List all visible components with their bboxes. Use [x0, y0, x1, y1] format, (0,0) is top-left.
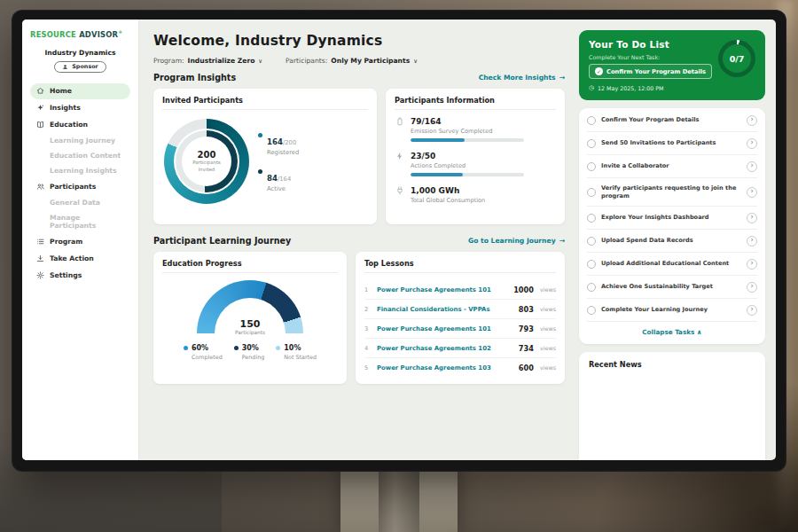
lesson-link[interactable]: Power Purchase Agreements 101: [377, 286, 507, 293]
task-label: Confirm Your Program Details: [601, 116, 741, 124]
arrow-right-icon: →: [559, 74, 565, 82]
sidebar-item-label: Participants: [50, 183, 96, 191]
sparkle-icon: [35, 104, 44, 112]
card-title: Top Lessons: [364, 259, 556, 273]
task-chevron-icon[interactable]: ›: [747, 138, 757, 149]
sidebar-item-education-content[interactable]: Education Content: [30, 149, 130, 163]
legend-label: Completed: [192, 354, 223, 361]
stat-label: Total Global Consumption: [411, 197, 485, 204]
lesson-link[interactable]: Power Purchase Agreements 101: [377, 325, 512, 332]
lesson-views-count: 803: [519, 305, 534, 314]
filter-value: Only My Participants: [331, 57, 410, 65]
todo-task-item[interactable]: Explore Your Insights Dashboard ›: [587, 207, 757, 230]
donut-center-label: Participants Invited: [188, 160, 225, 172]
sidebar-item-take-action[interactable]: Take Action: [30, 251, 130, 267]
sidebar-item-learning-insights[interactable]: Learning Insights: [30, 164, 130, 178]
sidebar-item-education[interactable]: Education: [30, 117, 130, 133]
people-icon: [35, 183, 44, 191]
sidebar-item-program[interactable]: Program: [30, 234, 130, 250]
task-checkbox[interactable]: [587, 214, 596, 223]
task-chevron-icon[interactable]: ›: [747, 213, 757, 223]
gauge-center-label: Participants: [197, 330, 303, 335]
lesson-link[interactable]: Power Purchase Agreements 102: [377, 345, 512, 352]
legend-item-completed: 60% Completed: [184, 344, 223, 361]
legend-pct: 30%: [242, 344, 259, 352]
invited-participants-donut-chart: 200 Participants Invited: [164, 119, 249, 204]
task-label: Send 50 Invitations to Participants: [601, 139, 741, 147]
todo-task-item[interactable]: Complete Your Learning Journey ›: [587, 299, 757, 321]
task-checkbox[interactable]: [587, 188, 596, 197]
task-chevron-icon[interactable]: ›: [747, 187, 757, 198]
sidebar-item-label: Program: [50, 238, 82, 246]
card-title: Invited Participants: [162, 96, 368, 110]
sidebar-item-label: General Data: [50, 199, 100, 207]
program-filter[interactable]: Program: Industrialize Zero ∨: [153, 57, 262, 65]
task-chevron-icon[interactable]: ›: [747, 236, 757, 246]
todo-task-item[interactable]: Confirm Your Program Details ›: [587, 109, 757, 132]
list-icon: [35, 238, 44, 246]
clock-icon: ◷: [589, 84, 594, 91]
task-label: Explore Your Insights Dashboard: [601, 214, 741, 222]
lesson-views-count: 793: [519, 325, 534, 333]
legend-dot: [184, 346, 188, 350]
lesson-link[interactable]: Power Purchase Agreements 103: [377, 364, 512, 372]
lesson-link[interactable]: Financial Considerations - VPPAs: [377, 306, 512, 313]
sidebar-item-learning-journey[interactable]: Learning Journey: [30, 134, 130, 148]
task-checkbox[interactable]: [587, 260, 596, 269]
logo-primary: RESOURCE: [30, 30, 76, 39]
legend-dot: [258, 133, 262, 137]
role-badge-label: Sponsor: [72, 63, 98, 70]
lesson-rank: 1: [364, 286, 371, 293]
go-to-learning-journey-link[interactable]: Go to Learning Journey →: [468, 237, 565, 245]
todo-task-item[interactable]: Verify participants requesting to join t…: [587, 178, 757, 207]
invited-participants-card: Invited Participants 200 Participants In…: [153, 89, 377, 224]
task-chevron-icon[interactable]: ›: [747, 282, 757, 293]
legend-item-pending: 30% Pending: [234, 344, 265, 361]
filter-label: Program:: [153, 57, 184, 65]
app-logo: RESOURCE ADVISOR+: [30, 28, 130, 39]
sidebar-item-general-data[interactable]: General Data: [30, 196, 130, 210]
collapse-tasks-button[interactable]: Collapse Tasks ∧: [587, 321, 757, 344]
next-task-pill[interactable]: ✓ Confirm Your Program Details: [589, 64, 712, 79]
sidebar-item-insights[interactable]: Insights: [30, 100, 130, 116]
task-chevron-icon[interactable]: ›: [747, 305, 757, 316]
task-checkbox[interactable]: [587, 237, 596, 246]
task-label: Achieve One Sustainability Target: [601, 283, 741, 291]
todo-task-item[interactable]: Achieve One Sustainability Target ›: [587, 276, 757, 299]
todo-task-item[interactable]: Send 50 Invitations to Participants ›: [587, 132, 757, 155]
main-content: Welcome, Industry Dynamics Program: Indu…: [139, 20, 577, 460]
task-checkbox[interactable]: [587, 283, 596, 292]
stat-label: Emission Survey Completed: [411, 128, 524, 135]
sidebar-item-home[interactable]: Home: [30, 83, 130, 99]
todo-progress-count: 0/7: [730, 54, 745, 64]
lesson-rank: 3: [364, 325, 371, 332]
task-label: Verify participants requesting to join t…: [601, 184, 741, 200]
link-label: Go to Learning Journey: [468, 237, 556, 245]
plug-icon: [395, 186, 404, 207]
todo-task-item[interactable]: Upload Additional Educational Content ›: [587, 253, 757, 276]
todo-task-list: Confirm Your Program Details › Send 50 I…: [587, 109, 757, 321]
sidebar: RESOURCE ADVISOR+ Industry Dynamics Spon…: [22, 20, 139, 460]
stat-label: Actions Completed: [411, 162, 524, 169]
lesson-views-count: 1000: [513, 286, 534, 294]
lesson-views-label: views: [540, 364, 556, 372]
task-chevron-icon[interactable]: ›: [747, 259, 757, 270]
task-checkbox[interactable]: [587, 306, 596, 315]
task-checkbox[interactable]: [587, 116, 596, 125]
check-more-insights-link[interactable]: Check More Insights →: [479, 74, 565, 82]
sidebar-item-settings[interactable]: Settings: [30, 268, 130, 284]
task-chevron-icon[interactable]: ›: [747, 115, 757, 126]
participants-filter[interactable]: Participants: Only My Participants ∨: [286, 57, 418, 65]
lightning-icon: [395, 152, 404, 176]
task-checkbox[interactable]: [587, 139, 596, 148]
lesson-row: 3 Power Purchase Agreements 101 793 view…: [364, 319, 556, 339]
task-chevron-icon[interactable]: ›: [747, 161, 757, 172]
todo-task-item[interactable]: Upload Spend Data Records ›: [587, 230, 757, 253]
stat-value: 23/50: [411, 152, 524, 160]
stat-global-consumption: 1,000 GWh Total Global Consumption: [395, 186, 556, 207]
task-checkbox[interactable]: [587, 162, 596, 171]
sidebar-item-manage-participants[interactable]: Manage Participants: [30, 211, 130, 233]
sidebar-item-participants[interactable]: Participants: [30, 179, 130, 195]
card-title: Participants Information: [395, 96, 556, 110]
todo-task-item[interactable]: Invite a Collaborator ›: [587, 155, 757, 178]
